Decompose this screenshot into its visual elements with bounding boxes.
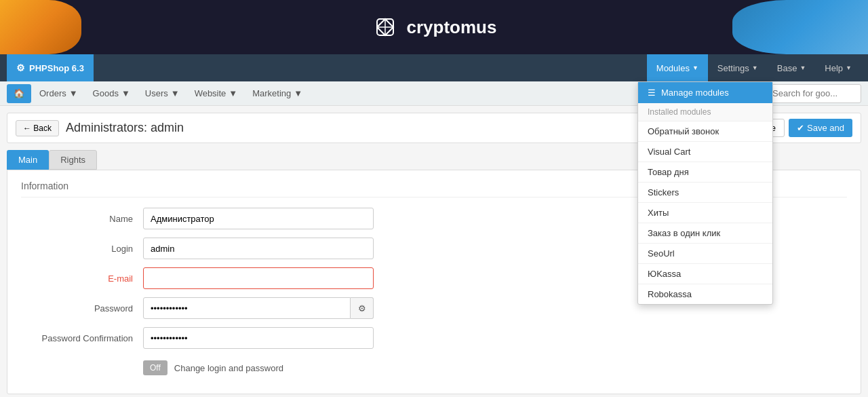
logo-icon: [372, 14, 399, 41]
module-item-7[interactable]: ЮKassa: [638, 264, 772, 284]
installed-modules-label: Installed modules: [638, 103, 772, 121]
module-item-6[interactable]: SeoUrl: [638, 244, 772, 264]
tab-main[interactable]: Main: [7, 150, 49, 170]
home-btn[interactable]: 🏠: [7, 84, 31, 103]
password-confirm-label: Password Confirmation: [21, 333, 143, 343]
website-btn[interactable]: Website ▼: [188, 84, 245, 103]
save-and-btn[interactable]: ✔ Save and: [789, 119, 852, 137]
modules-dropdown: ☰ Manage modules Installed modules Обрат…: [637, 81, 773, 305]
orders-caret: ▼: [69, 88, 78, 98]
form-row-password-confirm: Password Confirmation: [21, 327, 847, 349]
top-banner: cryptomus: [0, 0, 868, 54]
module-item-0[interactable]: Обратный звонок: [638, 121, 772, 142]
orders-btn[interactable]: Orders ▼: [33, 84, 85, 103]
settings-caret: ▼: [752, 64, 758, 71]
check-icon: ✔: [797, 123, 804, 133]
admin-wrapper: cryptomus ⚙ PHPShop 6.3 Modules ▼ Settin…: [0, 0, 868, 397]
manage-modules-item[interactable]: ☰ Manage modules: [638, 82, 772, 103]
logo-text: cryptomus: [407, 17, 497, 38]
website-caret: ▼: [229, 88, 237, 98]
password-toggle-btn[interactable]: ⚙: [351, 297, 374, 319]
marketing-btn[interactable]: Marketing ▼: [245, 84, 309, 103]
module-item-8[interactable]: Robokassa: [638, 284, 772, 304]
settings-btn[interactable]: Settings ▼: [708, 54, 768, 81]
toggle-group: Off Change login and password: [143, 360, 283, 375]
help-caret: ▼: [846, 64, 852, 71]
search-input[interactable]: [766, 84, 861, 103]
login-input[interactable]: [143, 238, 374, 259]
module-item-5[interactable]: Заказ в один клик: [638, 223, 772, 244]
password-input[interactable]: [143, 297, 351, 319]
goods-btn[interactable]: Goods ▼: [86, 84, 137, 103]
base-caret: ▼: [800, 64, 806, 71]
name-input[interactable]: [143, 208, 374, 229]
gear-icon: ⚙: [16, 62, 25, 73]
email-label: E-mail: [21, 273, 143, 284]
brand-badge: ⚙ PHPShop 6.3: [7, 54, 94, 81]
users-caret: ▼: [171, 88, 180, 98]
modules-caret: ▼: [692, 64, 698, 71]
list-icon: ☰: [648, 88, 656, 98]
help-btn[interactable]: Help ▼: [815, 54, 861, 81]
top-navbar: ⚙ PHPShop 6.3 Modules ▼ Settings ▼ Base …: [0, 54, 868, 81]
brand-label: PHPShop 6.3: [29, 63, 84, 73]
tab-rights[interactable]: Rights: [49, 150, 97, 170]
logo-area: cryptomus: [372, 14, 497, 41]
nav-right: Modules ▼ Settings ▼ Base ▼ Help ▼: [647, 54, 861, 81]
password-label: Password: [21, 303, 143, 314]
email-input[interactable]: [143, 267, 374, 289]
users-btn[interactable]: Users ▼: [138, 84, 186, 103]
admin-panel: ⚙ PHPShop 6.3 Modules ▼ Settings ▼ Base …: [0, 54, 868, 397]
toggle-label: Change login and password: [174, 363, 283, 373]
module-item-4[interactable]: Хиты: [638, 203, 772, 223]
module-item-3[interactable]: Stickers: [638, 183, 772, 203]
marketing-caret: ▼: [294, 88, 302, 98]
toggle-off-btn[interactable]: Off: [143, 360, 167, 375]
module-item-2[interactable]: Товар дня: [638, 162, 772, 183]
name-label: Name: [21, 214, 143, 224]
back-btn[interactable]: ← Back: [16, 120, 59, 136]
password-input-group: ⚙: [143, 297, 374, 319]
form-row-toggle: Off Change login and password: [21, 357, 847, 375]
modules-btn[interactable]: Modules ▼: [647, 54, 708, 81]
module-item-1[interactable]: Visual Cart: [638, 142, 772, 162]
goods-caret: ▼: [121, 88, 130, 98]
password-confirm-input[interactable]: [143, 327, 374, 349]
page-title: Administrators: admin: [66, 121, 726, 135]
login-label: Login: [21, 244, 143, 254]
base-btn[interactable]: Base ▼: [768, 54, 816, 81]
